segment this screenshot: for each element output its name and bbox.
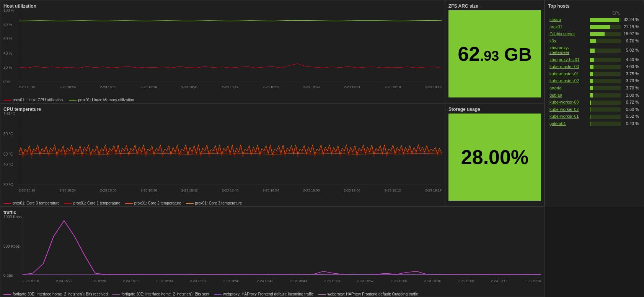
- table-row: debian3.00 %: [548, 91, 641, 99]
- x-label: 2-23 18:24: [59, 188, 76, 192]
- top-hosts-title: Top hosts: [548, 3, 641, 9]
- x-label: 2-23 19:17: [425, 188, 442, 192]
- cpu-temp-x-labels: 2-23 18:18 2-23 18:24 2-23 18:30 2-23 18…: [19, 188, 442, 192]
- host-name-link[interactable]: kube-master-01: [549, 71, 579, 76]
- host-bar-cell: [589, 113, 622, 120]
- storage-value: 28.00%: [461, 146, 528, 169]
- host-name-link[interactable]: steam: [549, 17, 561, 22]
- x-label: 2-23 18:36: [141, 188, 157, 192]
- host-bar-inner: [590, 49, 595, 53]
- host-name-cell[interactable]: artoria: [548, 84, 589, 92]
- legend-cpu-label: prox01: Linux: CPU utilization: [13, 98, 63, 102]
- legend-bits-sent: fortigate 30E: Interface home_2_hetzner(…: [112, 292, 209, 296]
- host-name-cell[interactable]: kube-master-01: [548, 70, 589, 78]
- host-bar-outer: [590, 65, 621, 69]
- host-name-link[interactable]: kube-worker-01: [549, 114, 579, 118]
- host-name-cell[interactable]: kube-worker-00: [548, 99, 589, 106]
- legend-mem-label: prox01: Linux: Memory utilization: [78, 98, 134, 102]
- host-name-cell[interactable]: Zabbix server: [548, 30, 589, 37]
- host-name-link[interactable]: Zabbix server: [549, 31, 575, 36]
- host-bar-cell: [589, 56, 622, 63]
- traffic-title: traffic: [3, 210, 541, 215]
- host-bar-inner: [590, 25, 610, 29]
- host-utilization-chart: [19, 10, 442, 81]
- host-name-link[interactable]: prox01: [549, 24, 562, 29]
- host-pct-value: 5.02 %: [622, 44, 641, 56]
- table-row: kube-master-004.03 %: [548, 63, 641, 70]
- x-label: 2-23 18:18: [19, 85, 35, 89]
- host-bar-inner: [590, 107, 591, 112]
- host-name-cell[interactable]: prox01: [548, 23, 589, 31]
- host-name-link[interactable]: debian: [549, 93, 562, 97]
- host-name-cell[interactable]: zbx-proxy-zoetemeer: [548, 44, 589, 56]
- traffic-panel: traffic 1000 Kbps 500 Kbps 0 bps: [0, 206, 545, 297]
- zfs-title: ZFS ARC size: [448, 3, 541, 9]
- zfs-panel: ZFS ARC size 62.93 GB: [445, 0, 545, 103]
- host-name-link[interactable]: kube-master-02: [549, 78, 579, 83]
- table-row: kube-worker-000.72 %: [548, 99, 641, 106]
- host-name-link[interactable]: zbx-proxy-htz01: [549, 57, 579, 62]
- host-bar-outer: [590, 101, 621, 105]
- host-bar-cell: [589, 77, 622, 84]
- host-bar-outer: [590, 72, 621, 76]
- y-label-0bps: 0 bps: [3, 273, 13, 278]
- host-utilization-title: Host utilization: [3, 3, 442, 9]
- host-name-cell[interactable]: galera01: [548, 120, 589, 127]
- host-name-cell[interactable]: kube-worker-02: [548, 106, 589, 113]
- host-bar-inner: [590, 18, 619, 22]
- table-row: k3s6.76 %: [548, 37, 641, 45]
- host-name-cell[interactable]: debian: [548, 91, 589, 99]
- x-label: 2-23 18:53: [324, 279, 340, 283]
- top-hosts-panel: Top hosts CPU steam32.24 %prox0121.19 %Z…: [545, 0, 644, 206]
- host-bar-outer: [590, 86, 621, 90]
- host-name-cell[interactable]: kube-worker-01: [548, 113, 589, 120]
- host-bar-outer: [590, 93, 621, 97]
- host-bar-outer: [590, 32, 621, 36]
- table-row: galera010.43 %: [548, 120, 641, 127]
- host-bar-cell: [589, 70, 622, 78]
- legend-core3-label: prox01: Core 3 temperature: [195, 201, 242, 205]
- host-bar-cell: [589, 37, 622, 45]
- host-name-cell[interactable]: steam: [548, 16, 589, 23]
- legend-core2: prox01: Core 2 temperature: [125, 201, 181, 205]
- host-name-cell[interactable]: zbx-proxy-htz01: [548, 56, 589, 63]
- traffic-legend: fortigate 30E: Interface home_2_hetzner(…: [3, 292, 418, 296]
- host-pct-value: 0.43 %: [622, 120, 641, 127]
- x-label: 2-23 18:45: [257, 279, 273, 283]
- host-bar-cell: [589, 84, 622, 92]
- host-bar-inner: [590, 65, 594, 69]
- x-label: 2-23 18:22: [56, 279, 72, 283]
- x-label: 2-23 19:08: [458, 279, 474, 283]
- host-name-link[interactable]: kube-worker-02: [549, 107, 579, 112]
- host-pct-value: 3.70 %: [622, 84, 641, 92]
- host-name-cell[interactable]: kube-master-00: [548, 63, 589, 70]
- y-label-40c: 40 °C: [3, 162, 13, 166]
- traffic-x-labels: 2-23 18:18 2-23 18:22 2-23 18:26 2-23 18…: [23, 279, 541, 283]
- hosts-col-name: [548, 10, 589, 16]
- host-name-link[interactable]: k3s: [549, 39, 556, 43]
- legend-core2-label: prox01: Core 2 temperature: [134, 201, 181, 205]
- x-label: 2-23 19:12: [491, 279, 507, 283]
- host-pct-value: 4.03 %: [622, 63, 641, 70]
- host-name-link[interactable]: galera01: [549, 121, 566, 126]
- host-bar-inner: [590, 115, 591, 119]
- host-pct-value: 3.73 %: [622, 77, 641, 84]
- y-label-100pct: 100 %: [3, 8, 14, 13]
- table-row: prox0121.19 %: [548, 23, 641, 31]
- table-row: zbx-proxy-zoetemeer5.02 %: [548, 44, 641, 56]
- host-name-cell[interactable]: k3s: [548, 37, 589, 45]
- x-label: 2-23 18:57: [357, 279, 374, 283]
- x-label: 2-23 18:26: [90, 279, 106, 283]
- host-name-link[interactable]: zbx-proxy-zoetemeer: [549, 45, 569, 55]
- legend-core2-color: [125, 203, 133, 204]
- host-name-link[interactable]: kube-worker-00: [549, 100, 579, 104]
- host-name-link[interactable]: artoria: [549, 86, 561, 90]
- traffic-chart: [23, 217, 541, 275]
- host-bar-cell: [589, 44, 622, 56]
- legend-core1-label: prox01: Core 1 temperature: [73, 201, 121, 205]
- host-name-cell[interactable]: kube-master-02: [548, 77, 589, 84]
- legend-bits-sent-label: fortigate 30E: Interface home_2_hetzner(…: [121, 292, 209, 296]
- host-name-link[interactable]: kube-master-00: [549, 64, 579, 69]
- x-label: 2-23 19:00: [391, 279, 407, 283]
- zfs-unit: GB: [499, 44, 532, 65]
